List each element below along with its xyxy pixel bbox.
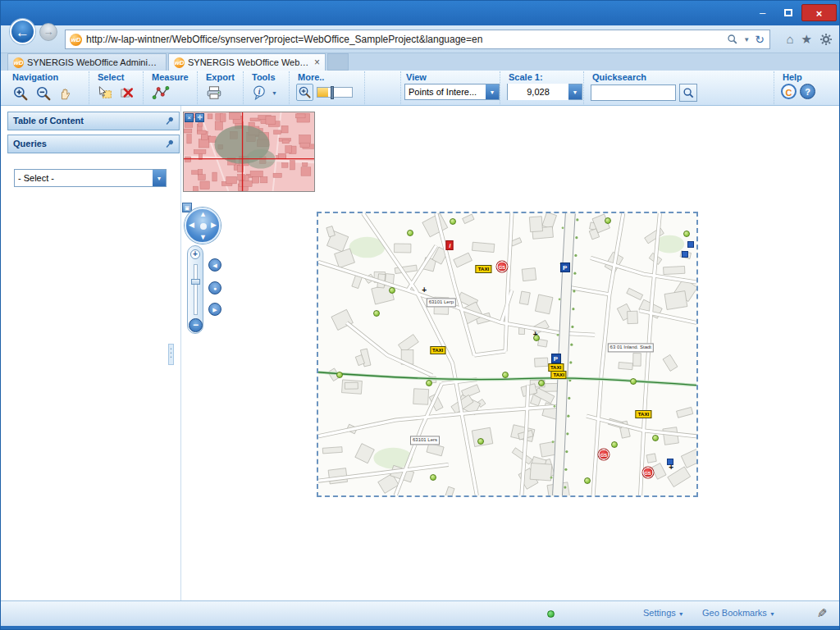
favorites-star-icon[interactable]: ★ — [801, 30, 812, 49]
window-titlebar[interactable]: – × — [1, 1, 839, 25]
map-marker-poi[interactable] — [502, 372, 509, 378]
map-marker-poi[interactable] — [683, 231, 690, 237]
map-marker-bluesq[interactable] — [687, 241, 694, 248]
map-marker-maplabel[interactable]: 63 01 Inland. Stadt — [608, 343, 654, 352]
panel-header-queries[interactable]: Queries — [7, 135, 180, 153]
settings-gear-icon[interactable] — [819, 33, 833, 46]
maximize-button[interactable] — [776, 4, 800, 21]
map-marker-poi[interactable] — [389, 287, 395, 294]
tab-weboffice-administration[interactable]: wD SYNERGIS WebOffice Administ... — [7, 53, 167, 71]
chevron-down-icon[interactable]: ▼ — [486, 84, 499, 99]
zoom-level-slider[interactable] — [317, 87, 353, 98]
zoom-slider-track[interactable] — [194, 264, 198, 315]
search-icon[interactable] — [727, 34, 738, 45]
copyright-button[interactable]: C — [781, 84, 797, 99]
select-by-rectangle-button[interactable] — [96, 84, 114, 102]
panel-header-table-of-content[interactable]: Table of Content — [7, 112, 180, 130]
map-marker-poi[interactable] — [450, 218, 456, 225]
new-tab-stub[interactable] — [327, 53, 349, 71]
move-overview-icon[interactable]: ✛ — [195, 113, 204, 122]
map-marker-poi[interactable] — [430, 474, 436, 481]
full-extent-button[interactable]: ● — [208, 281, 221, 294]
chevron-down-icon[interactable]: ▼ — [153, 170, 166, 186]
identify-button[interactable]: i — [250, 84, 268, 102]
clear-selection-button[interactable] — [117, 84, 135, 102]
refresh-icon[interactable]: ↻ — [755, 30, 765, 49]
map-marker-poi[interactable] — [336, 372, 343, 378]
map-marker-gs[interactable]: GS — [642, 468, 653, 478]
map-marker-poi[interactable] — [533, 335, 540, 341]
geo-bookmarks-menu[interactable]: Geo Bookmarks ▼ — [702, 608, 775, 618]
quicksearch-input[interactable] — [591, 84, 676, 101]
print-button[interactable] — [204, 84, 224, 102]
settings-menu[interactable]: Settings ▼ — [643, 608, 684, 618]
scale-combo[interactable]: ▼ — [507, 84, 582, 100]
close-overview-icon[interactable]: × — [185, 113, 194, 122]
map-marker-cross[interactable]: + — [422, 286, 427, 294]
map-marker-poi[interactable] — [407, 230, 413, 236]
quicksearch-button[interactable] — [679, 84, 697, 102]
map-marker-poi[interactable] — [584, 477, 591, 484]
map-marker-taxi[interactable]: TAXI — [476, 265, 491, 273]
map-marker-taxi[interactable]: TAXI — [551, 371, 567, 379]
tab-weboffice-client[interactable]: wD SYNERGIS WebOffice WebO... × — [168, 53, 326, 71]
map-marker-poi[interactable] — [630, 378, 637, 385]
pan-up-icon[interactable]: ▲ — [199, 210, 207, 218]
home-icon[interactable]: ⌂ — [786, 30, 793, 49]
queries-select-dropdown[interactable]: - Select - ▼ — [14, 169, 167, 187]
map-marker-info[interactable]: i — [446, 240, 454, 250]
map-marker-poi[interactable] — [538, 380, 545, 386]
map-viewport[interactable]: iTAXIGSPTAXIPTAXITAXITAXIGSGS+++63101 Le… — [317, 212, 698, 497]
pan-right-icon[interactable]: ▶ — [211, 221, 217, 229]
map-marker-maplabel[interactable]: 63101 Lerp — [427, 298, 456, 307]
sidebar-collapse-handle[interactable]: ••• — [168, 344, 174, 365]
chevron-down-icon[interactable]: ▼ — [568, 84, 582, 99]
next-extent-button[interactable]: ▶ — [208, 303, 221, 316]
map-marker-poi[interactable] — [373, 310, 380, 317]
view-dropdown[interactable]: Points of Intere... ▼ — [404, 84, 500, 100]
map-marker-gs[interactable]: GS — [599, 450, 609, 460]
map-marker-parking[interactable]: P — [551, 354, 561, 363]
back-button[interactable]: ← — [10, 19, 35, 44]
scale-input[interactable] — [508, 84, 568, 100]
overview-map[interactable]: × ✛ — [183, 112, 315, 192]
zoom-slider-thumb[interactable] — [191, 279, 200, 285]
close-button[interactable]: × — [801, 4, 837, 21]
map-marker-poi[interactable] — [652, 435, 659, 441]
map-marker-cross[interactable]: + — [669, 463, 673, 472]
zoom-out-slider-button[interactable]: − — [189, 318, 203, 332]
map-marker-poi[interactable] — [611, 441, 618, 448]
zoom-slider-mode-button[interactable] — [296, 84, 313, 101]
zoom-in-button[interactable] — [11, 84, 30, 103]
minimize-button[interactable]: – — [751, 4, 774, 21]
pin-icon[interactable] — [165, 116, 175, 127]
pin-icon[interactable] — [165, 139, 175, 150]
measure-button[interactable] — [150, 84, 171, 102]
map-marker-poi[interactable] — [477, 438, 484, 445]
map-marker-gs[interactable]: GS — [497, 262, 508, 272]
redlining-pencil-icon[interactable]: ✎ — [817, 606, 828, 621]
map-marker-maplabel[interactable]: 63101 Lers — [410, 436, 440, 445]
help-button[interactable]: ? — [800, 84, 815, 99]
map-marker-parking[interactable]: P — [560, 262, 570, 272]
pan-rose-control[interactable]: ▲ ▼ ◀ ▶ — [185, 208, 221, 244]
zoom-in-slider-button[interactable]: + — [190, 249, 200, 259]
zoom-out-button[interactable] — [34, 84, 53, 103]
pan-button[interactable] — [57, 84, 75, 103]
previous-extent-button[interactable]: ◀ — [208, 258, 221, 272]
map-marker-bluesq[interactable] — [682, 251, 688, 258]
map-marker-taxi[interactable]: TAXI — [430, 346, 445, 354]
pan-down-icon[interactable]: ▼ — [199, 233, 207, 241]
tab-close-icon[interactable]: × — [314, 57, 320, 68]
map-marker-poi[interactable] — [605, 217, 611, 224]
forward-button[interactable]: → — [39, 23, 57, 41]
map-marker-taxi[interactable]: TAXI — [636, 410, 651, 418]
slider-thumb[interactable] — [331, 86, 334, 99]
address-bar[interactable]: wD http://w-lap-wintner/WebOffice/synser… — [65, 30, 770, 49]
url-text[interactable]: http://w-lap-wintner/WebOffice/synserver… — [86, 34, 722, 45]
pan-left-icon[interactable]: ◀ — [189, 221, 194, 229]
chevron-down-icon[interactable]: ▼ — [743, 36, 750, 43]
pan-center-dot[interactable] — [200, 223, 207, 230]
map-marker-poi[interactable] — [426, 380, 432, 386]
chevron-down-icon[interactable]: ▼ — [272, 90, 277, 96]
